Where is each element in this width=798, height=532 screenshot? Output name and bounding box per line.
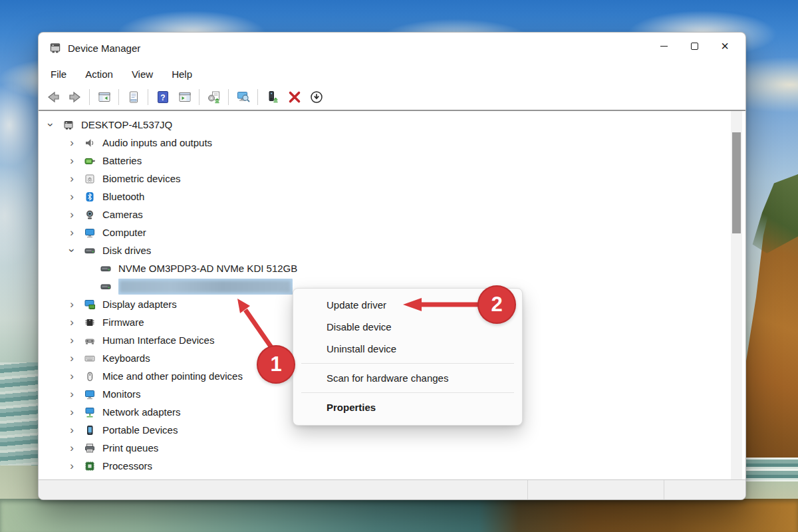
action-pane-button[interactable] (174, 87, 195, 107)
tree-item-audio-inputs-and-outputs[interactable]: ›Audio inputs and outputs (39, 134, 745, 152)
camera-icon (84, 209, 96, 221)
vertical-scrollbar[interactable] (731, 111, 742, 479)
tree-item-label: Monitors (102, 388, 141, 400)
svg-text:?: ? (160, 93, 165, 102)
portable-icon (84, 424, 96, 436)
ocean-waves-right (738, 458, 798, 481)
tree-item-label: Disk drives (102, 245, 151, 256)
update-driver-software-button[interactable] (203, 87, 224, 107)
chevron-right-icon[interactable]: › (65, 227, 78, 238)
back-button[interactable] (43, 87, 63, 107)
computer-host-icon (63, 119, 74, 131)
forward-icon (68, 90, 82, 104)
processor-icon (84, 460, 96, 472)
chevron-down-icon[interactable]: › (66, 244, 78, 257)
tree-item-desktop-4l537jq[interactable]: ›DESKTOP-4L537JQ (39, 116, 745, 134)
context-menu-separator (301, 392, 514, 393)
chevron-right-icon[interactable]: › (65, 173, 78, 184)
title-bar[interactable]: Device Manager × (39, 33, 745, 63)
toolbar-separator (118, 89, 119, 105)
tree-item-label: Batteries (102, 155, 142, 166)
chevron-right-icon[interactable]: › (65, 370, 78, 382)
minimize-icon (660, 46, 668, 47)
properties-button[interactable] (123, 87, 144, 107)
disk-icon (84, 245, 96, 257)
maximize-button[interactable] (679, 33, 710, 59)
tree-item-processors[interactable]: ›Processors (39, 457, 745, 475)
biometric-icon (84, 173, 96, 185)
close-icon: × (721, 39, 729, 53)
display-adapter-icon (84, 299, 96, 311)
chevron-right-icon[interactable]: › (65, 155, 78, 166)
uninstall-device-icon (287, 90, 302, 104)
minimize-button[interactable] (648, 33, 679, 59)
shoreline-bottom (0, 499, 798, 532)
context-menu-item-properties[interactable]: Properties (293, 396, 522, 418)
tree-item-batteries[interactable]: ›Batteries (39, 152, 745, 170)
status-bar-divider (527, 480, 528, 499)
chevron-right-icon[interactable]: › (65, 460, 78, 471)
disable-device-button[interactable] (306, 87, 327, 107)
tree-item-disk-drives[interactable]: ›Disk drives (39, 241, 745, 259)
chevron-right-icon[interactable]: › (65, 406, 78, 418)
chevron-right-icon[interactable]: › (65, 209, 78, 220)
selected-device-highlight[interactable] (118, 279, 293, 295)
chevron-right-icon[interactable]: › (65, 424, 78, 436)
update-device-driver-icon (265, 90, 280, 104)
status-bar (39, 479, 745, 499)
close-button[interactable]: × (710, 33, 740, 59)
update-device-driver-button[interactable] (262, 87, 283, 107)
tree-item-label: Human Interface Devices (102, 334, 214, 346)
chevron-right-icon[interactable]: › (65, 352, 78, 364)
context-menu-item-uninstall-device[interactable]: Uninstall device (293, 338, 522, 360)
menu-view[interactable]: View (122, 65, 162, 83)
printer-icon (84, 442, 96, 454)
tree-item-label: Biometric devices (102, 173, 181, 184)
tree-item-bluetooth[interactable]: ›Bluetooth (39, 188, 745, 205)
disable-device-icon (309, 90, 324, 104)
tree-item-label: Audio inputs and outputs (102, 137, 212, 148)
firmware-icon (84, 317, 96, 329)
forward-button[interactable] (65, 87, 85, 107)
chevron-right-icon[interactable]: › (65, 299, 78, 310)
maximize-icon (691, 43, 698, 50)
tree-item-computer[interactable]: ›Computer (39, 223, 745, 241)
status-bar-divider (664, 480, 664, 499)
show-console-tree-icon (97, 90, 112, 104)
tree-item-label: NVMe OM3PDP3-AD NVMe KDI 512GB (118, 263, 297, 274)
scan-hardware-changes-icon (236, 90, 251, 104)
scan-hardware-changes-button[interactable] (233, 87, 253, 107)
tree-item-cameras[interactable]: ›Cameras (39, 205, 745, 223)
redacted-device-name (120, 281, 291, 293)
chevron-right-icon[interactable]: › (65, 442, 78, 454)
tree-item-biometric-devices[interactable]: ›Biometric devices (39, 170, 745, 188)
chevron-right-icon[interactable]: › (65, 388, 78, 400)
uninstall-device-button[interactable] (284, 87, 305, 107)
menu-file[interactable]: File (41, 65, 76, 83)
show-console-tree-button[interactable] (94, 87, 114, 107)
device-manager-icon (49, 41, 62, 55)
chevron-right-icon[interactable]: › (65, 191, 78, 202)
update-driver-software-icon (207, 90, 221, 104)
chevron-right-icon[interactable]: › (65, 317, 78, 328)
tree-item-print-queues[interactable]: ›Print queues (39, 439, 745, 457)
tree-item-nvme-om3pdp3-ad-nvme-kdi-512gb[interactable]: NVMe OM3PDP3-AD NVMe KDI 512GB (39, 259, 745, 277)
action-pane-icon (178, 90, 192, 104)
chevron-right-icon[interactable]: › (65, 137, 78, 148)
properties-icon (126, 90, 141, 104)
context-menu-item-scan-for-hardware-changes[interactable]: Scan for hardware changes (293, 367, 522, 389)
help-icon: ? (156, 90, 170, 104)
bluetooth-icon (84, 191, 96, 203)
menu-help[interactable]: Help (162, 65, 201, 83)
step-badge-2: 2 (477, 285, 516, 324)
scrollbar-thumb[interactable] (732, 132, 741, 233)
toolbar-separator (228, 89, 229, 105)
help-button[interactable]: ? (152, 87, 173, 107)
window-title: Device Manager (68, 43, 140, 54)
tree-item-label: Processors (102, 460, 152, 471)
tree-item-label: Firmware (102, 317, 144, 328)
tree-item-label: Portable Devices (102, 424, 178, 436)
chevron-down-icon[interactable]: › (45, 118, 57, 132)
menu-action[interactable]: Action (76, 65, 122, 83)
chevron-right-icon[interactable]: › (65, 334, 78, 346)
